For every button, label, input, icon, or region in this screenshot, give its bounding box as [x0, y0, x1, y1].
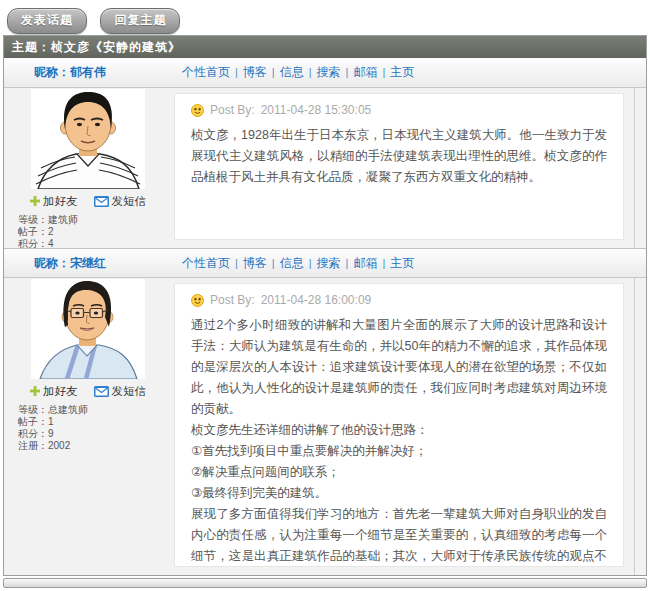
post-author-panel: 加好友 发短信 等级：建筑师 帖子：2 积分：4 注	[4, 88, 172, 248]
nickname-prefix: 昵称：	[34, 256, 70, 270]
plus-icon	[30, 196, 40, 206]
link-separator: |	[346, 66, 349, 78]
user-stats: 等级：总建筑师 帖子：1 积分：9 注册：2002	[18, 404, 172, 452]
add-friend-button[interactable]: 加好友	[30, 384, 78, 399]
post-body: 加好友 发短信 等级：总建筑师 帖子：1 积分：9	[4, 278, 646, 575]
post-body: 加好友 发短信 等级：建筑师 帖子：2 积分：4 注	[4, 88, 646, 248]
thread-title-bar: 主题：桢文彦《安静的建筑》	[4, 36, 646, 58]
add-friend-button[interactable]: 加好友	[30, 194, 78, 209]
link-blog[interactable]: 博客	[243, 256, 267, 270]
smiley-icon	[191, 294, 204, 307]
user-links: 个性首页|博客|信息|搜索|邮箱|主页	[177, 64, 419, 81]
link-search[interactable]: 搜索	[317, 65, 341, 79]
link-personal-home[interactable]: 个性首页	[182, 256, 230, 270]
avatar-image	[31, 89, 145, 189]
stat-posts: 帖子：2	[18, 226, 172, 238]
paragraph: 桢文彦先生还详细的讲解了他的设计思路：	[191, 420, 607, 441]
link-separator: |	[382, 66, 385, 78]
thread-container: 主题：桢文彦《安静的建筑》 昵称：郁有伟 个性首页|博客|信息|搜索|邮箱|主页	[3, 35, 647, 576]
add-friend-label: 加好友	[43, 384, 78, 399]
paragraph: ①首先找到项目中重点要解决的并解决好；	[191, 441, 607, 462]
post-card: Post By: 2011-04-28 15:30:05 桢文彦，1928年出生…	[174, 93, 624, 240]
link-search[interactable]: 搜索	[317, 256, 341, 270]
post-time: 2011-04-28 15:30:05	[261, 103, 372, 117]
footer-bar	[3, 578, 647, 588]
post-meta: Post By: 2011-04-28 16:00:09	[191, 290, 607, 310]
paragraph: 桢文彦，1928年出生于日本东京，日本现代主义建筑大师。他一生致力于发展现代主义…	[191, 125, 607, 188]
link-separator: |	[309, 257, 312, 269]
plus-icon	[30, 386, 40, 396]
toolbar: 发表话题 回复主题	[0, 0, 650, 35]
paragraph: ②解决重点问题间的联系；	[191, 462, 607, 483]
post-by-prefix: Post By:	[210, 103, 255, 117]
post-content: 通过2个多小时细致的讲解和大量图片全面的展示了大师的设计思路和设计手法：大师认为…	[191, 315, 607, 567]
link-home[interactable]: 主页	[390, 256, 414, 270]
send-message-button[interactable]: 发短信	[94, 194, 147, 209]
post-header: 昵称：郁有伟 个性首页|博客|信息|搜索|邮箱|主页	[4, 58, 646, 88]
paragraph: 展现了多方面值得我们学习的地方：首先老一辈建筑大师对自身职业的发自内心的责任感，…	[191, 504, 607, 567]
stat-posts: 帖子：1	[18, 416, 172, 428]
post-section: 昵称：宋继红 个性首页|博客|信息|搜索|邮箱|主页	[4, 248, 646, 575]
envelope-icon	[94, 386, 109, 397]
link-separator: |	[346, 257, 349, 269]
envelope-icon	[94, 196, 109, 207]
link-info[interactable]: 信息	[280, 65, 304, 79]
paragraph: ③最终得到完美的建筑。	[191, 483, 607, 504]
post-content: 桢文彦，1928年出生于日本东京，日本现代主义建筑大师。他一生致力于发展现代主义…	[191, 125, 607, 188]
author-actions: 加好友 发短信	[4, 193, 172, 209]
smiley-icon	[191, 104, 204, 117]
link-mail[interactable]: 邮箱	[353, 65, 377, 79]
post-meta: Post By: 2011-04-28 15:30:05	[191, 100, 607, 120]
paragraph: 通过2个多小时细致的讲解和大量图片全面的展示了大师的设计思路和设计手法：大师认为…	[191, 315, 607, 420]
avatar	[31, 89, 145, 189]
avatar	[31, 279, 145, 379]
link-separator: |	[382, 257, 385, 269]
send-message-label: 发短信	[112, 194, 147, 209]
post-header: 昵称：宋继红 个性首页|博客|信息|搜索|邮箱|主页	[4, 248, 646, 278]
nickname-label: 昵称：宋继红	[34, 255, 177, 272]
link-mail[interactable]: 邮箱	[353, 256, 377, 270]
thread-title: 主题：桢文彦《安静的建筑》	[12, 40, 181, 54]
user-stats: 等级：建筑师 帖子：2 积分：4 注册：2007	[18, 214, 172, 248]
author-actions: 加好友 发短信	[4, 383, 172, 399]
stat-registered: 注册：2002	[18, 440, 172, 452]
link-separator: |	[235, 257, 238, 269]
user-links: 个性首页|博客|信息|搜索|邮箱|主页	[177, 255, 419, 272]
link-info[interactable]: 信息	[280, 256, 304, 270]
post-by-prefix: Post By:	[210, 293, 255, 307]
post-content-cell: Post By: 2011-04-28 15:30:05 桢文彦，1928年出生…	[172, 88, 635, 248]
send-message-label: 发短信	[112, 384, 147, 399]
link-blog[interactable]: 博客	[243, 65, 267, 79]
link-separator: |	[272, 257, 275, 269]
avatar-image	[31, 279, 145, 379]
stat-points: 积分：4	[18, 238, 172, 248]
post-card: Post By: 2011-04-28 16:00:09 通过2个多小时细致的讲…	[174, 283, 624, 567]
nickname: 郁有伟	[70, 65, 106, 79]
link-separator: |	[309, 66, 312, 78]
nickname: 宋继红	[70, 256, 106, 270]
reply-topic-button[interactable]: 回复主题	[100, 8, 180, 34]
post-author-panel: 加好友 发短信 等级：总建筑师 帖子：1 积分：9	[4, 278, 172, 575]
post-topic-button[interactable]: 发表话题	[7, 8, 87, 34]
stat-level: 等级：建筑师	[18, 214, 172, 226]
post-time: 2011-04-28 16:00:09	[261, 293, 372, 307]
post-content-cell: Post By: 2011-04-28 16:00:09 通过2个多小时细致的讲…	[172, 278, 635, 575]
link-separator: |	[272, 66, 275, 78]
send-message-button[interactable]: 发短信	[94, 384, 147, 399]
nickname-label: 昵称：郁有伟	[34, 64, 177, 81]
nickname-prefix: 昵称：	[34, 65, 70, 79]
add-friend-label: 加好友	[43, 194, 78, 209]
link-personal-home[interactable]: 个性首页	[182, 65, 230, 79]
stat-level: 等级：总建筑师	[18, 404, 172, 416]
post-section: 昵称：郁有伟 个性首页|博客|信息|搜索|邮箱|主页	[4, 58, 646, 248]
link-home[interactable]: 主页	[390, 65, 414, 79]
stat-points: 积分：9	[18, 428, 172, 440]
link-separator: |	[235, 66, 238, 78]
